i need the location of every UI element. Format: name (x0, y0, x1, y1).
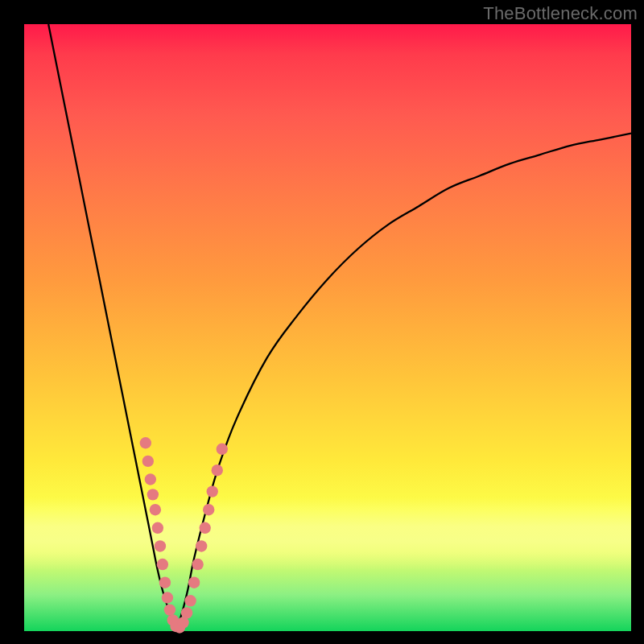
highlight-dot (155, 540, 166, 551)
highlight-dot (142, 456, 154, 467)
highlight-dot (199, 522, 210, 534)
highlight-dot (140, 437, 151, 448)
highlight-dot (152, 522, 163, 534)
chart-frame: TheBottleneck.com (0, 0, 644, 644)
highlight-dot (184, 595, 196, 606)
highlight-dot (203, 504, 214, 515)
highlight-dot (207, 485, 218, 497)
highlight-dot (147, 489, 159, 500)
highlight-dot (150, 504, 161, 515)
highlight-dot (145, 473, 156, 485)
curve-left-branch (48, 24, 175, 631)
highlight-dot (192, 559, 203, 570)
highlight-dot (217, 444, 228, 455)
highlight-dot (181, 607, 192, 618)
highlight-dot (157, 559, 168, 570)
highlight-dot (159, 576, 171, 588)
highlight-dot (164, 604, 175, 615)
highlight-dot (188, 576, 200, 588)
curve-right-branch (176, 134, 632, 631)
highlight-dot (162, 592, 173, 603)
highlight-dot (196, 540, 207, 551)
curve-layer (24, 24, 631, 631)
watermark-text: TheBottleneck.com (483, 3, 638, 24)
highlight-dot (212, 464, 223, 476)
